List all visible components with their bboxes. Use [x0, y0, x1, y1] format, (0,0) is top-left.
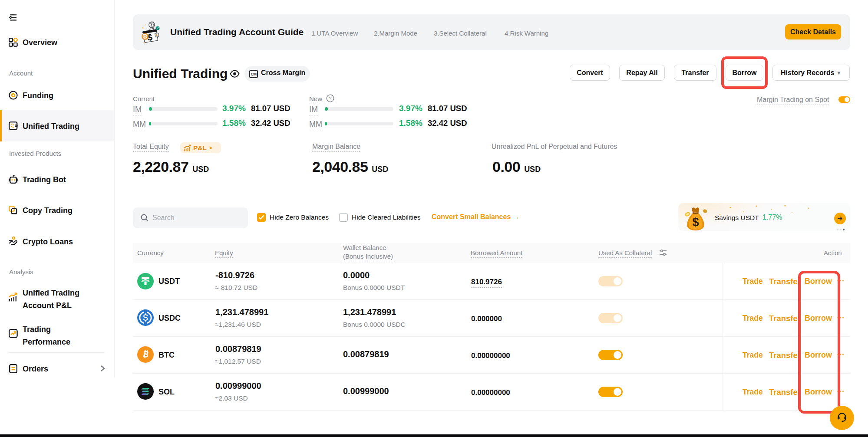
svg-text:?: ? [329, 96, 331, 101]
svg-text:$: $ [692, 216, 699, 229]
svg-text:₿: ₿ [143, 33, 147, 39]
